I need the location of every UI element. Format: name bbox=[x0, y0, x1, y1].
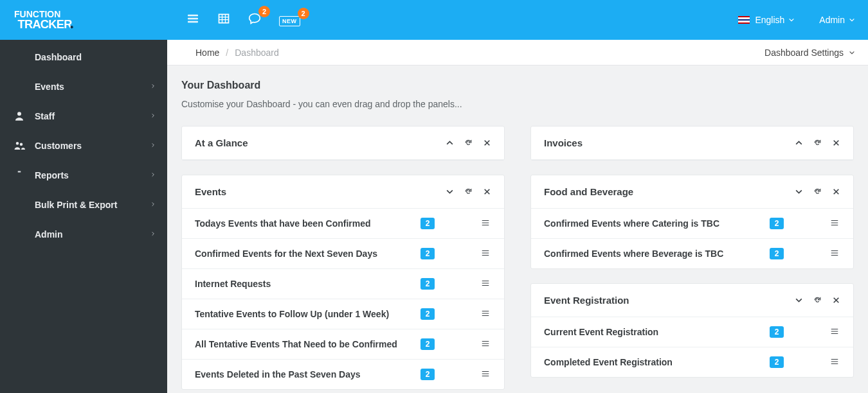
row-count-badge: 2 bbox=[770, 248, 784, 259]
sidebar-item-customers[interactable]: Customers bbox=[0, 131, 167, 161]
dashboard-settings-label: Dashboard Settings bbox=[764, 48, 844, 58]
home-icon bbox=[13, 51, 26, 64]
row-label: Tentative Events to Follow Up (under 1 W… bbox=[195, 309, 420, 319]
row-count-badge: 2 bbox=[420, 278, 435, 290]
chat-badge: 2 bbox=[258, 6, 270, 17]
panel-row[interactable]: Confirmed Events where Beverage is TBC2 bbox=[531, 239, 853, 268]
new-badge: 2 bbox=[298, 8, 309, 19]
row-count-badge: 2 bbox=[420, 338, 435, 350]
row-count-badge: 2 bbox=[420, 369, 435, 380]
clipboard-icon bbox=[13, 169, 26, 182]
drag-handle-icon[interactable] bbox=[480, 339, 491, 350]
drag-handle-icon[interactable] bbox=[480, 218, 491, 229]
collapse-icon[interactable] bbox=[446, 188, 454, 196]
sidebar-item-label: Reports bbox=[35, 170, 69, 180]
panel-row[interactable]: All Tentative Events That Need to be Con… bbox=[182, 329, 504, 360]
panel-row[interactable]: Internet Requests2 bbox=[182, 269, 504, 299]
breadcrumb-separator: / bbox=[226, 48, 228, 58]
new-button[interactable]: NEW 2 bbox=[279, 14, 300, 26]
language-selector[interactable]: English bbox=[738, 15, 795, 25]
row-count-badge: 2 bbox=[770, 218, 784, 229]
main: Home / Dashboard Dashboard Settings Your… bbox=[167, 40, 868, 393]
panel-row[interactable]: Current Event Registration2 bbox=[531, 317, 853, 347]
sidebar-item-label: Staff bbox=[35, 111, 55, 121]
calendar-icon bbox=[13, 80, 26, 93]
drag-handle-icon[interactable] bbox=[829, 249, 840, 259]
sidebar-item-label: Bulk Print & Export bbox=[35, 200, 117, 210]
close-icon[interactable] bbox=[483, 188, 491, 196]
drag-handle-icon[interactable] bbox=[829, 327, 840, 338]
sidebar-item-admin[interactable]: Admin bbox=[0, 220, 167, 249]
drag-handle-icon[interactable] bbox=[480, 309, 491, 320]
row-count-badge: 2 bbox=[420, 248, 435, 259]
row-label: Events Deleted in the Past Seven Days bbox=[195, 369, 420, 380]
sidebar-item-events[interactable]: Events bbox=[0, 72, 167, 101]
calendar-icon[interactable] bbox=[217, 12, 230, 28]
row-label: Confirmed Events for the Next Seven Days bbox=[195, 249, 420, 259]
panel-header[interactable]: Food and Beverage bbox=[531, 175, 853, 209]
chevron-down-icon bbox=[788, 15, 795, 25]
row-count-badge: 2 bbox=[420, 218, 435, 229]
chevron-down-icon bbox=[844, 48, 855, 58]
panel-food-and-beverage: Food and BeverageConfirmed Events where … bbox=[530, 175, 854, 269]
panel-header[interactable]: Events bbox=[182, 175, 504, 209]
person-icon bbox=[13, 110, 26, 123]
panel-header[interactable]: Event Registration bbox=[531, 284, 853, 317]
refresh-icon[interactable] bbox=[813, 139, 822, 147]
language-label: English bbox=[755, 15, 784, 25]
row-count-badge: 2 bbox=[770, 356, 784, 368]
panel-row[interactable]: Todays Events that have been Confirmed2 bbox=[182, 209, 504, 239]
row-label: All Tentative Events That Need to be Con… bbox=[195, 339, 420, 349]
refresh-icon[interactable] bbox=[464, 139, 473, 147]
panel-row[interactable]: Confirmed Events for the Next Seven Days… bbox=[182, 239, 504, 269]
panel-row[interactable]: Completed Event Registration2 bbox=[531, 347, 853, 377]
chat-icon[interactable]: 2 bbox=[248, 12, 261, 28]
breadcrumb-current: Dashboard bbox=[235, 48, 279, 58]
drag-handle-icon[interactable] bbox=[480, 279, 491, 290]
panel-event-registration: Event RegistrationCurrent Event Registra… bbox=[530, 283, 854, 378]
close-icon[interactable] bbox=[832, 296, 840, 304]
panel-at-a-glance: At a Glance bbox=[181, 126, 505, 161]
close-icon[interactable] bbox=[832, 139, 840, 147]
people-icon bbox=[13, 139, 26, 152]
dashboard-settings-button[interactable]: Dashboard Settings bbox=[748, 47, 855, 58]
row-label: Confirmed Events where Catering is TBC bbox=[544, 218, 770, 229]
refresh-icon[interactable] bbox=[813, 188, 822, 196]
drag-handle-icon[interactable] bbox=[829, 357, 840, 368]
collapse-icon[interactable] bbox=[795, 296, 803, 304]
panel-row[interactable]: Events Deleted in the Past Seven Days2 bbox=[182, 360, 504, 389]
panel-header[interactable]: Invoices bbox=[531, 127, 853, 160]
drag-handle-icon[interactable] bbox=[480, 369, 491, 380]
panel-row[interactable]: Confirmed Events where Catering is TBC2 bbox=[531, 209, 853, 239]
row-count-badge: 2 bbox=[770, 326, 784, 338]
new-label: NEW bbox=[279, 16, 300, 26]
logo[interactable]: FUNCTION TRACKER bbox=[0, 0, 167, 40]
drag-handle-icon[interactable] bbox=[480, 249, 491, 259]
row-label: Internet Requests bbox=[195, 279, 420, 289]
panel-title: Food and Beverage bbox=[544, 186, 633, 197]
collapse-icon[interactable] bbox=[795, 188, 803, 196]
row-label: Todays Events that have been Confirmed bbox=[195, 218, 420, 229]
page-subtitle: Customise your Dashboard - you can even … bbox=[181, 99, 854, 109]
drag-handle-icon[interactable] bbox=[829, 218, 840, 229]
topbar: FUNCTION TRACKER 2 NEW 2 English Admin bbox=[0, 0, 868, 40]
flag-icon bbox=[738, 16, 750, 24]
panel-row[interactable]: Tentative Events to Follow Up (under 1 W… bbox=[182, 299, 504, 329]
row-count-badge: 2 bbox=[420, 308, 435, 320]
menu-toggle-icon[interactable] bbox=[186, 12, 199, 28]
sidebar-item-reports[interactable]: Reports bbox=[0, 161, 167, 190]
collapse-icon[interactable] bbox=[446, 139, 454, 147]
sidebar-item-bulk-print-export[interactable]: Bulk Print & Export bbox=[0, 190, 167, 220]
refresh-icon[interactable] bbox=[813, 296, 822, 304]
panel-header[interactable]: At a Glance bbox=[182, 127, 504, 160]
svg-text:TRACKER: TRACKER bbox=[18, 18, 73, 31]
collapse-icon[interactable] bbox=[795, 139, 803, 147]
sidebar-item-dashboard[interactable]: Dashboard bbox=[0, 42, 167, 72]
user-label: Admin bbox=[819, 15, 845, 25]
close-icon[interactable] bbox=[832, 188, 840, 196]
close-icon[interactable] bbox=[483, 139, 491, 147]
refresh-icon[interactable] bbox=[464, 188, 473, 196]
user-menu[interactable]: Admin bbox=[819, 15, 855, 25]
sidebar-item-staff[interactable]: Staff bbox=[0, 101, 167, 131]
breadcrumb-home[interactable]: Home bbox=[195, 48, 219, 58]
